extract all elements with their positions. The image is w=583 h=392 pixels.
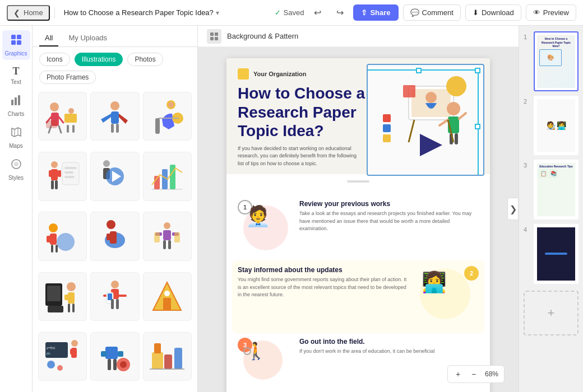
- svg-rect-6: [18, 95, 20, 105]
- svg-rect-1: [17, 35, 21, 39]
- zoom-in-button[interactable]: +: [451, 367, 465, 381]
- thumb-num-4: 4: [524, 226, 530, 233]
- eye-icon: 👁: [533, 8, 540, 17]
- sidebar-item-styles-label: Styles: [8, 175, 24, 181]
- svg-point-53: [107, 220, 115, 229]
- svg-rect-35: [55, 180, 58, 189]
- chevron-left-icon: ❮: [13, 8, 20, 17]
- thumb-img-2[interactable]: 🧑‍🎨 👩‍💻: [534, 96, 579, 156]
- list-item[interactable]: [90, 212, 139, 260]
- thumb-num-2: 2: [524, 98, 530, 105]
- download-button[interactable]: ⬇ Download: [465, 4, 521, 21]
- preview-button[interactable]: 👁 Preview: [526, 4, 576, 21]
- tab-all[interactable]: All: [39, 30, 58, 46]
- svg-text:∫dx: ∫dx: [46, 352, 50, 355]
- svg-rect-63: [154, 232, 160, 242]
- step-1-illus: 🧑‍💼: [246, 204, 271, 228]
- svg-rect-102: [174, 348, 182, 369]
- home-button[interactable]: ❮ Home: [7, 5, 50, 21]
- list-item[interactable]: [90, 152, 139, 200]
- svg-rect-101: [164, 354, 172, 369]
- thumb-img-3[interactable]: Education Research Tips 📋 📚: [534, 160, 579, 220]
- filter-icons[interactable]: Icons: [39, 53, 70, 66]
- slide-illustration-box[interactable]: [367, 64, 484, 176]
- slide-wrapper: Your Organization How to Choose a Resear…: [226, 58, 490, 392]
- svg-rect-18: [67, 125, 69, 133]
- svg-rect-121: [383, 124, 391, 132]
- svg-rect-19: [72, 125, 75, 133]
- svg-rect-94: [118, 351, 123, 357]
- redo-button[interactable]: ↪: [331, 4, 349, 22]
- thumb-img-1[interactable]: How to Choose a Research Paper Topic Ide…: [534, 31, 579, 91]
- slide-canvas[interactable]: Your Organization How to Choose a Resear…: [226, 58, 490, 392]
- list-item[interactable]: [90, 332, 139, 381]
- main-layout: Graphics T Text Charts: [0, 26, 583, 392]
- thumb-img-4[interactable]: [534, 224, 579, 284]
- doc-title-bar[interactable]: How to Choose a Research Paper Topic Ide…: [59, 6, 224, 19]
- list-item[interactable]: y=f(x) ∫dx: [38, 332, 87, 381]
- list-item[interactable]: [143, 332, 192, 381]
- graphics-icon: [10, 34, 22, 49]
- list-item[interactable]: [90, 272, 139, 321]
- sidebar-item-charts[interactable]: Charts: [2, 91, 30, 120]
- list-item[interactable]: [143, 152, 192, 200]
- divider-bar: [347, 180, 369, 183]
- sidebar-item-styles[interactable]: Styles: [2, 155, 30, 184]
- tab-my-uploads[interactable]: My Uploads: [63, 30, 113, 46]
- styles-icon: [10, 158, 22, 173]
- thumbnail-item-3[interactable]: 3 Education Research Tips 📋 📚: [524, 160, 579, 220]
- svg-rect-39: [64, 176, 75, 178]
- list-item[interactable]: [90, 92, 139, 141]
- bg-pattern-label: Background & Pattern: [227, 32, 298, 40]
- thumbnail-item-4[interactable]: 4: [524, 224, 579, 284]
- svg-rect-23: [111, 111, 119, 124]
- slide-bottom: 1 🧑‍💼 Review your previous works Take a …: [226, 189, 490, 392]
- share-button[interactable]: ⇧ Share: [353, 4, 398, 21]
- svg-rect-71: [68, 304, 70, 312]
- list-item[interactable]: [143, 92, 192, 141]
- charts-icon: [10, 94, 22, 109]
- svg-rect-72: [72, 304, 75, 312]
- add-slide-button[interactable]: +: [524, 291, 579, 335]
- list-item[interactable]: [38, 212, 87, 260]
- svg-rect-99: [152, 352, 163, 369]
- svg-line-114: [459, 113, 466, 119]
- comment-button[interactable]: 💬 Comment: [403, 4, 461, 21]
- sidebar-item-text[interactable]: T Text: [2, 62, 30, 88]
- download-icon: ⬇: [473, 8, 479, 17]
- list-item[interactable]: [143, 212, 192, 260]
- svg-rect-56: [107, 234, 111, 240]
- svg-rect-70: [64, 295, 69, 300]
- list-item[interactable]: [38, 272, 87, 321]
- graphics-panel: All My Uploads Icons Illustrations Photo…: [33, 26, 198, 392]
- list-item[interactable]: [38, 92, 87, 141]
- comment-icon: 💬: [410, 8, 419, 17]
- canvas-area: Background & Pattern Your Organization: [198, 26, 519, 392]
- filter-photos[interactable]: Photos: [127, 53, 163, 66]
- thumbnail-item-1[interactable]: 1 How to Choose a Research Paper Topic I…: [524, 31, 579, 91]
- filter-illustrations[interactable]: Illustrations: [75, 53, 123, 66]
- svg-rect-38: [64, 171, 73, 174]
- svg-rect-5: [15, 97, 17, 105]
- filter-photo-frames[interactable]: Photo Frames: [39, 71, 96, 84]
- svg-point-22: [110, 101, 119, 110]
- list-item[interactable]: [38, 152, 87, 200]
- thumbnail-item-2[interactable]: 2 🧑‍🎨 👩‍💻: [524, 96, 579, 156]
- zoom-out-button[interactable]: −: [467, 367, 480, 381]
- canvas-scroll[interactable]: Your Organization How to Choose a Resear…: [198, 47, 519, 392]
- sidebar-item-graphics[interactable]: Graphics: [2, 30, 30, 60]
- svg-rect-33: [58, 170, 61, 177]
- step-row-3: 3 🚶 Go out into the field. If you don't …: [238, 333, 479, 387]
- list-item[interactable]: [143, 272, 192, 321]
- svg-rect-92: [105, 347, 118, 359]
- svg-rect-58: [163, 230, 171, 240]
- undo-button[interactable]: ↩: [308, 4, 326, 22]
- sidebar-item-maps[interactable]: Maps: [2, 123, 30, 152]
- step-row-2: Stay informed about the updates You migh…: [232, 260, 484, 333]
- svg-rect-29: [155, 118, 160, 134]
- svg-point-27: [168, 102, 174, 108]
- step-2-illus: 👩‍💻: [422, 270, 447, 294]
- check-icon: ✓: [275, 8, 281, 17]
- svg-rect-120: [383, 114, 391, 122]
- canvas-expand-button[interactable]: ❯: [507, 198, 519, 220]
